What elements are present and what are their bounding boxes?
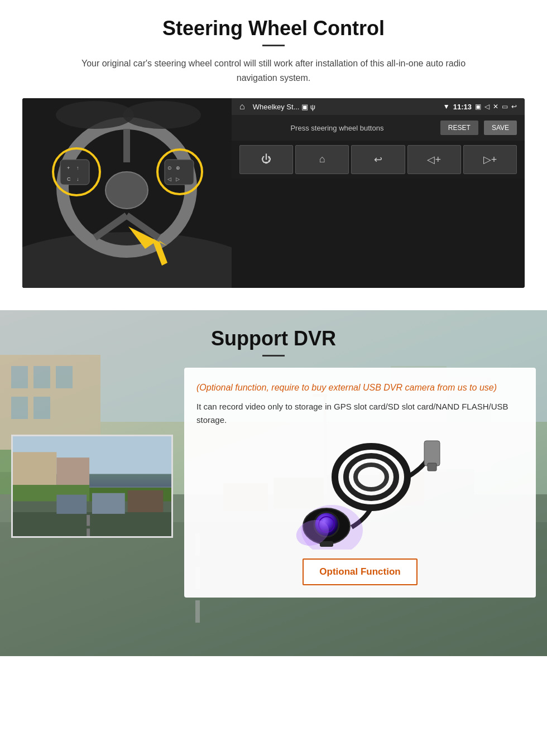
title-divider-1 <box>262 45 285 46</box>
svg-text:⊕: ⊕ <box>176 165 180 171</box>
window-status-icon: ▭ <box>502 103 508 110</box>
svg-rect-46 <box>13 452 56 490</box>
reset-button[interactable]: RESET <box>440 121 478 135</box>
svg-text:◁: ◁ <box>167 176 171 182</box>
svg-rect-51 <box>13 512 171 537</box>
android-panel: ⌂ Wheelkey St... ▣ ψ ▼ 11:13 ▣ ◁ ✕ ▭ ↩ P… <box>232 98 525 288</box>
dvr-optional-notice: (Optional function, require to buy exter… <box>196 381 524 394</box>
dvr-product-image <box>196 438 524 550</box>
dvr-cam-inner <box>13 436 171 536</box>
swc-buttons-row: ⏻ ⌂ ↩ ◁+ ▷+ <box>232 141 525 179</box>
camera-status-icon: ▣ <box>475 103 481 110</box>
svg-text:C: C <box>67 176 71 182</box>
android-statusbar: ⌂ Wheelkey St... ▣ ψ ▼ 11:13 ▣ ◁ ✕ ▭ ↩ <box>232 98 525 115</box>
sound-status-icon: ◁ <box>484 103 490 110</box>
swc-back-button[interactable]: ↩ <box>351 145 405 174</box>
swc-home-button[interactable]: ⌂ <box>295 145 349 174</box>
swc-vol-down-button[interactable]: ◁+ <box>407 145 461 174</box>
steering-subtitle: Your original car's steering wheel contr… <box>78 56 469 85</box>
close-status-icon: ✕ <box>493 103 498 110</box>
svg-text:↓: ↓ <box>76 176 79 182</box>
svg-rect-55 <box>92 493 125 514</box>
svg-rect-53 <box>87 529 90 537</box>
svg-point-1 <box>22 232 232 288</box>
dvr-info-box: (Optional function, require to buy exter… <box>184 368 536 598</box>
svg-text:⊙: ⊙ <box>167 165 172 171</box>
wifi-icon: ▼ <box>443 103 450 110</box>
svg-point-20 <box>56 101 134 129</box>
statusbar-icons: ▼ 11:13 ▣ ◁ ✕ ▭ ↩ <box>443 103 517 111</box>
steering-wheel-section: Steering Wheel Control Your original car… <box>0 0 547 310</box>
steering-wheel-svg: + ↑ C ↓ ⊙ ⊕ ◁ ▷ <box>22 98 232 288</box>
swc-vol-up-button[interactable]: ▷+ <box>463 145 517 174</box>
svg-rect-54 <box>56 495 87 514</box>
dvr-lower-layout: (Optional function, require to buy exter… <box>0 368 547 598</box>
steering-wheel-bg: + ↑ C ↓ ⊙ ⊕ ◁ ▷ <box>22 98 232 288</box>
dvr-section: Support DVR <box>0 310 547 656</box>
title-divider-2 <box>262 355 285 357</box>
steering-photo: + ↑ C ↓ ⊙ ⊕ ◁ ▷ <box>22 98 232 288</box>
home-icon: ⌂ <box>239 102 245 112</box>
save-button[interactable]: SAVE <box>484 121 517 135</box>
back-status-icon: ↩ <box>511 103 517 110</box>
steering-title: Steering Wheel Control <box>22 17 525 40</box>
svg-text:▷: ▷ <box>176 176 180 182</box>
dvr-title: Support DVR <box>211 327 336 350</box>
svg-text:↑: ↑ <box>76 165 79 171</box>
svg-point-6 <box>105 172 148 209</box>
svg-rect-66 <box>320 541 333 547</box>
svg-rect-7 <box>60 160 89 185</box>
steering-composite: + ↑ C ↓ ⊙ ⊕ ◁ ▷ <box>22 98 525 288</box>
svg-rect-61 <box>428 463 436 471</box>
svg-rect-52 <box>87 515 90 526</box>
optional-function-btn-row: Optional Function <box>196 558 524 585</box>
statusbar-app-title: Wheelkey St... ▣ ψ <box>253 103 439 111</box>
svg-point-21 <box>123 101 201 129</box>
dvr-content-overlay: Support DVR <box>0 310 547 614</box>
svg-rect-60 <box>424 441 440 466</box>
swc-power-button[interactable]: ⏻ <box>239 145 293 174</box>
statusbar-time: 11:13 <box>453 103 472 111</box>
svg-text:+: + <box>67 165 70 171</box>
dvr-cam-view-svg <box>13 435 171 538</box>
optional-function-button[interactable]: Optional Function <box>303 558 417 585</box>
dvr-cam-screenshot <box>11 435 173 538</box>
android-panel-empty <box>232 179 525 288</box>
dvr-product-svg <box>260 438 460 550</box>
swc-header: Press steering wheel buttons RESET SAVE <box>232 115 525 141</box>
svg-point-59 <box>356 465 387 489</box>
dvr-description-text: It can record video only to storage in G… <box>196 400 524 427</box>
svg-rect-56 <box>128 490 164 512</box>
swc-instruction-label: Press steering wheel buttons <box>239 124 435 132</box>
